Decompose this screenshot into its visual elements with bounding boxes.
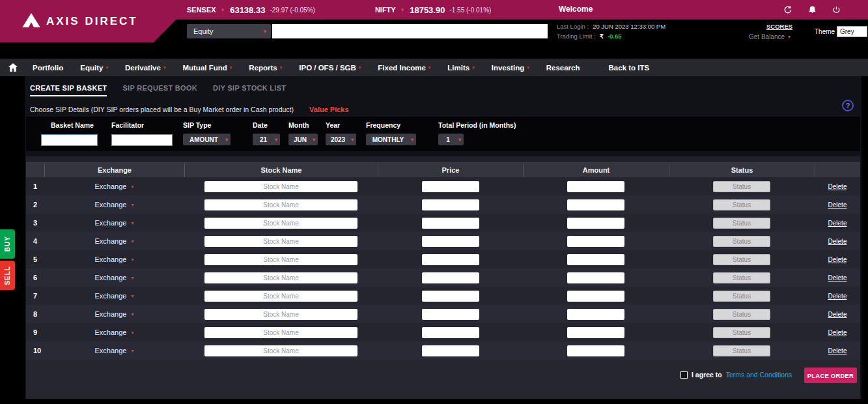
refresh-icon[interactable] xyxy=(783,5,792,14)
nifty-ticker[interactable]: NIFTY ▾ 18753.90 -1.55 (-0.01%) xyxy=(375,5,491,15)
stock-name-input[interactable] xyxy=(204,272,357,283)
nav-item-portfolio[interactable]: Portfolio xyxy=(24,59,72,76)
amount-input[interactable] xyxy=(567,236,624,247)
buy-tab[interactable]: BUY xyxy=(0,229,15,259)
chevron-down-icon: ▾ xyxy=(230,65,232,70)
delete-link[interactable]: Delete xyxy=(828,347,847,354)
nav-item-limits[interactable]: Limits▾ xyxy=(439,59,483,76)
nav-item-ipo-ofs-sgb[interactable]: IPO / OFS / SGB▾ xyxy=(290,59,369,76)
exchange-select[interactable]: Exchange ▾ xyxy=(95,274,134,281)
delete-link[interactable]: Delete xyxy=(828,293,847,300)
get-balance-button[interactable]: Get Balance ▾ xyxy=(749,33,791,40)
basket-name-input[interactable] xyxy=(41,134,98,146)
sip-table: Exchange Stock Name Price Amount Status … xyxy=(26,156,860,399)
amount-input[interactable] xyxy=(567,181,624,192)
price-input[interactable] xyxy=(422,291,479,302)
stock-name-input[interactable] xyxy=(204,199,357,210)
nav-item-back-to-its[interactable]: Back to ITS xyxy=(600,59,658,76)
scores-link[interactable]: SCORES xyxy=(766,23,792,30)
header-blank xyxy=(26,163,44,177)
stock-name-input[interactable] xyxy=(204,218,357,229)
stock-name-input[interactable] xyxy=(204,254,357,265)
theme-select[interactable]: Grey xyxy=(837,26,867,37)
chevron-down-icon: ▾ xyxy=(105,65,108,70)
stock-name-input[interactable] xyxy=(204,181,357,192)
exchange-select[interactable]: Exchange ▾ xyxy=(95,201,134,209)
status-input xyxy=(713,236,770,247)
year-label: Year xyxy=(326,121,356,129)
help-button[interactable]: ? xyxy=(842,100,854,111)
delete-link[interactable]: Delete xyxy=(828,238,847,245)
nav-item-equity[interactable]: Equity▾ xyxy=(72,59,117,76)
amount-input[interactable] xyxy=(567,254,624,265)
nav-item-investing[interactable]: Investing▾ xyxy=(483,59,538,76)
exchange-select[interactable]: Exchange ▾ xyxy=(95,219,134,227)
delete-link[interactable]: Delete xyxy=(828,201,847,209)
total-period-field: Total Period (in Months) 1 ▾ xyxy=(438,121,516,145)
exchange-select[interactable]: Exchange ▾ xyxy=(95,328,134,336)
price-input[interactable] xyxy=(422,218,479,229)
nav-item-fixed-income[interactable]: Fixed Income▾ xyxy=(369,59,439,76)
price-input[interactable] xyxy=(422,309,479,320)
agree-checkbox[interactable] xyxy=(680,371,688,379)
home-icon[interactable] xyxy=(8,63,18,72)
price-input[interactable] xyxy=(422,327,479,338)
sip-type-select[interactable]: AMOUNT ▾ xyxy=(183,134,231,145)
price-input[interactable] xyxy=(422,181,479,192)
stock-name-input[interactable] xyxy=(204,236,357,247)
date-select[interactable]: 21 ▾ xyxy=(253,134,280,145)
tab-create-sip-basket[interactable]: CREATE SIP BASKET xyxy=(30,84,107,96)
amount-input[interactable] xyxy=(567,327,624,338)
price-input[interactable] xyxy=(422,345,479,356)
stock-name-input[interactable] xyxy=(204,291,357,302)
amount-input[interactable] xyxy=(567,345,624,356)
month-select[interactable]: JUN ▾ xyxy=(288,134,318,145)
price-input[interactable] xyxy=(422,272,479,283)
search-category-select[interactable]: Equity ▾ xyxy=(187,24,271,38)
stock-name-input[interactable] xyxy=(204,327,357,338)
amount-input[interactable] xyxy=(567,309,624,320)
delete-link[interactable]: Delete xyxy=(828,311,847,318)
exchange-select[interactable]: Exchange ▾ xyxy=(95,237,134,245)
price-input[interactable] xyxy=(422,254,479,265)
exchange-select[interactable]: Exchange ▾ xyxy=(95,347,134,354)
place-order-button[interactable]: PLACE ORDER xyxy=(804,368,857,383)
header-status: Status xyxy=(669,163,815,177)
exchange-select[interactable]: Exchange ▾ xyxy=(95,292,134,300)
tab-diy-sip-stock-list[interactable]: DIY SIP STOCK LIST xyxy=(213,84,286,96)
year-select[interactable]: 2023 ▾ xyxy=(326,134,356,145)
price-input[interactable] xyxy=(422,199,479,210)
exchange-select-label: Exchange xyxy=(95,237,127,245)
amount-input[interactable] xyxy=(567,291,624,302)
nav-item-mutual-fund[interactable]: Mutual Fund▾ xyxy=(174,59,240,76)
power-logout-icon[interactable] xyxy=(832,5,841,14)
notification-bell-icon[interactable] xyxy=(808,5,817,14)
terms-link[interactable]: Terms and Conditions xyxy=(726,371,792,379)
value-picks-link[interactable]: Value Picks xyxy=(309,106,349,113)
total-period-select[interactable]: 1 ▾ xyxy=(438,134,464,145)
facilitator-input[interactable] xyxy=(111,134,173,146)
sensex-ticker[interactable]: SENSEX ▾ 63138.33 -29.97 (-0.05%) xyxy=(187,5,315,15)
stock-name-input[interactable] xyxy=(204,345,357,356)
exchange-select[interactable]: Exchange ▾ xyxy=(95,255,134,263)
amount-input[interactable] xyxy=(567,218,624,229)
nav-item-reports[interactable]: Reports▾ xyxy=(240,59,290,76)
delete-link[interactable]: Delete xyxy=(828,274,847,281)
sell-tab[interactable]: SELL xyxy=(0,261,15,290)
frequency-select[interactable]: MONTHLY ▾ xyxy=(366,134,416,145)
nav-item-research[interactable]: Research xyxy=(538,59,589,76)
delete-link[interactable]: Delete xyxy=(828,220,847,227)
delete-link[interactable]: Delete xyxy=(828,183,847,190)
nav-item-derivative[interactable]: Derivative▾ xyxy=(117,59,175,76)
exchange-select[interactable]: Exchange ▾ xyxy=(95,310,134,318)
stock-name-input[interactable] xyxy=(204,309,357,320)
amount-input[interactable] xyxy=(567,199,624,210)
status-input xyxy=(713,181,770,192)
tab-sip-request-book[interactable]: SIP REQUEST BOOK xyxy=(122,84,197,96)
delete-link[interactable]: Delete xyxy=(828,256,847,263)
amount-input[interactable] xyxy=(567,272,624,283)
global-search-input[interactable] xyxy=(272,24,548,38)
price-input[interactable] xyxy=(422,236,479,247)
delete-link[interactable]: Delete xyxy=(828,329,847,336)
exchange-select[interactable]: Exchange ▾ xyxy=(95,182,134,190)
